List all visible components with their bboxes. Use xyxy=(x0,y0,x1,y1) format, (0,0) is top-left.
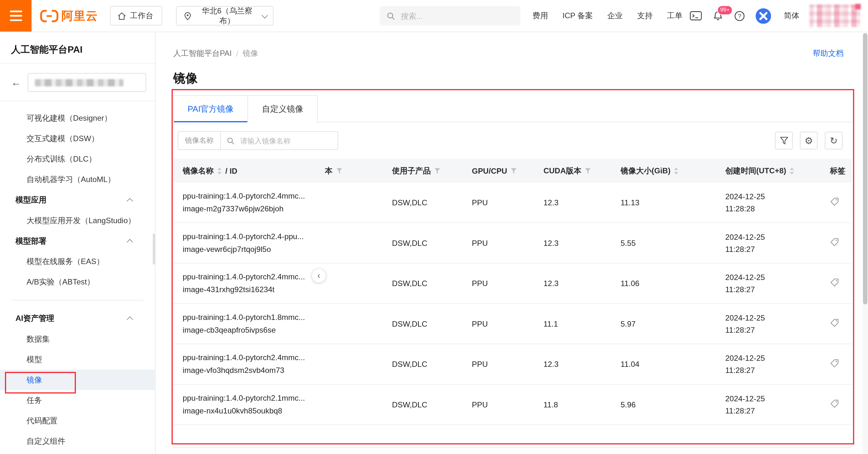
sidebar-item-langstudio[interactable]: 大模型应用开发（LangStudio） xyxy=(0,210,155,231)
sidebar-item-label: 任务 xyxy=(27,396,42,406)
tab-custom-images[interactable]: 自定义镜像 xyxy=(248,95,318,122)
image-name[interactable]: ppu-training:1.4.0-pytorch2.4mmc... xyxy=(183,352,320,364)
table-row[interactable]: ppu-training:1.4.0-pytorch2.4mmc...image… xyxy=(174,344,852,385)
table-row[interactable]: ppu-training:1.4.0-pytorch2.1mmc...image… xyxy=(174,385,852,425)
cell-tags xyxy=(830,197,852,208)
workspace-row: ← xyxy=(8,72,146,92)
region-selector[interactable]: 华北6（乌兰察布） xyxy=(176,6,273,26)
sidebar-item-model-application[interactable]: 模型应用 xyxy=(0,190,155,210)
sidebar-item-model-deployment[interactable]: 模型部署 xyxy=(0,231,155,251)
table-row[interactable]: ppu-training:1.4.0-pytorch2.4mmc...image… xyxy=(174,263,852,304)
cell-sub-product: DSW,DLC xyxy=(392,198,472,207)
topbar-search[interactable] xyxy=(380,6,520,26)
help-doc-link[interactable]: 帮助文档 xyxy=(813,49,844,59)
language-switch[interactable]: 简体 xyxy=(784,0,799,32)
sidebar-item-label: 模型在线服务（EAS） xyxy=(27,256,104,266)
cell-created-time: 2024-12-2511:28:27 xyxy=(725,312,830,336)
table-row[interactable]: ppu-training:1.4.0-pytorch2.4mmc...image… xyxy=(174,183,852,223)
topbar-link-billing[interactable]: 费用 xyxy=(533,11,548,21)
sidebar-item-datasets[interactable]: 数据集 xyxy=(0,329,155,349)
breadcrumb-item[interactable]: 人工智能平台PAI xyxy=(174,49,232,59)
sidebar-item-automl[interactable]: 自动机器学习（AutoML） xyxy=(0,169,155,190)
column-header-name-id[interactable]: 镜像名称/ ID xyxy=(183,166,325,175)
screen: 阿里云 工作台 华北6（乌兰察布） 费用ICP 备案企业支持工单 xyxy=(0,0,868,454)
topbar-link-support[interactable]: 支持 xyxy=(637,11,653,21)
tag-icon[interactable] xyxy=(830,237,839,247)
sidebar-item-models[interactable]: 模型 xyxy=(0,349,155,370)
tag-icon[interactable] xyxy=(830,318,839,328)
sidebar-item-ai-assets[interactable]: AI资产管理 xyxy=(0,309,155,329)
sidebar-item-tasks[interactable]: 任务 xyxy=(0,390,155,411)
column-header-size[interactable]: 镜像大小(GiB) xyxy=(620,166,725,175)
column-header-cuda-version[interactable]: CUDA版本 xyxy=(544,166,620,175)
image-name[interactable]: ppu-training:1.4.0-pytorch2.4-ppu... xyxy=(183,230,320,243)
image-name-search[interactable] xyxy=(221,131,338,150)
home-icon xyxy=(117,11,126,21)
column-label: 使用子产品 xyxy=(392,166,431,175)
sidebar-item-code-config[interactable]: 代码配置 xyxy=(0,411,155,431)
workspace-selector[interactable] xyxy=(28,73,146,92)
main-content: 人工智能平台PAI/镜像 帮助文档 镜像 PAI官方镜像自定义镜像 镜像名称 xyxy=(156,32,861,454)
cell-image-name-id: ppu-training:1.4.0-pytorch2.4mmc...image… xyxy=(183,271,325,296)
tag-icon[interactable] xyxy=(830,399,839,408)
hamburger-menu-button[interactable] xyxy=(0,0,32,32)
image-name[interactable]: ppu-training:1.4.0-pytorch2.4mmc... xyxy=(183,271,320,284)
vertical-scrollbar[interactable] xyxy=(863,32,868,454)
vertical-scrollbar-thumb[interactable] xyxy=(863,33,867,304)
sidebar-scrollbar-thumb[interactable] xyxy=(153,233,155,264)
topbar-icons: 99+ ? xyxy=(690,0,771,32)
divider xyxy=(0,63,155,64)
sidebar-item-custom-components[interactable]: 自定义组件 xyxy=(0,431,155,451)
account-name-redacted[interactable] xyxy=(809,4,860,27)
help-icon[interactable]: ? xyxy=(734,10,745,22)
column-header-version[interactable]: 本 xyxy=(325,166,392,175)
sidebar-item-dlc[interactable]: 分布式训练（DLC） xyxy=(0,149,155,169)
toolbar-buttons: ⚙ ↻ xyxy=(775,132,842,150)
search-icon xyxy=(386,11,395,21)
topbar-search-input[interactable] xyxy=(400,11,507,21)
topbar-link-tickets[interactable]: 工单 xyxy=(667,11,683,21)
column-header-created[interactable]: 创建时间(UTC+8) xyxy=(725,166,830,175)
settings-button[interactable]: ⚙ xyxy=(800,132,817,150)
tag-icon[interactable] xyxy=(830,278,839,287)
table-row[interactable]: ppu-training:1.4.0-pytorch2.4-ppu...imag… xyxy=(174,223,852,264)
terminal-icon[interactable] xyxy=(690,10,702,21)
back-button[interactable]: ← xyxy=(8,73,24,92)
image-name-search-input[interactable] xyxy=(239,136,330,145)
aliyun-logo[interactable]: 阿里云 xyxy=(40,0,98,32)
chevron-up-icon xyxy=(127,198,133,204)
sidebar-item-images[interactable]: 镜像 xyxy=(0,370,155,390)
cell-cuda-version: 12.3 xyxy=(544,238,620,248)
topbar-link-enterprise[interactable]: 企业 xyxy=(608,11,623,21)
sidebar-item-abtest[interactable]: A/B实验（ABTest） xyxy=(0,272,155,292)
avatar[interactable] xyxy=(755,8,771,24)
column-header-sub-product[interactable]: 使用子产品 xyxy=(392,166,472,175)
cell-tags xyxy=(830,278,852,289)
image-name[interactable]: ppu-training:1.4.0-pytorch2.1mmc... xyxy=(183,392,320,404)
refresh-button[interactable]: ↻ xyxy=(825,132,842,150)
image-name[interactable]: ppu-training:1.4.0-pytorch2.4mmc... xyxy=(183,190,320,203)
image-name[interactable]: ppu-training:1.4.0-pytorch1.8mmc... xyxy=(183,311,320,324)
column-header-gpu-cpu[interactable]: GPU/CPU xyxy=(472,166,544,175)
topbar-link-icp[interactable]: ICP 备案 xyxy=(562,11,593,21)
tab-pai-official-images[interactable]: PAI官方镜像 xyxy=(174,95,248,122)
column-label: 标签 xyxy=(830,166,846,175)
sidebar: 人工智能平台PAI ← 可视化建模（Designer）交互式建模（DSW）分布式… xyxy=(0,32,156,454)
tag-icon[interactable] xyxy=(830,197,839,206)
aliyun-logo-text: 阿里云 xyxy=(61,8,98,24)
tag-icon[interactable] xyxy=(830,359,839,368)
sidebar-item-eas[interactable]: 模型在线服务（EAS） xyxy=(0,251,155,272)
sidebar-item-designer[interactable]: 可视化建模（Designer） xyxy=(0,108,155,128)
workbench-button[interactable]: 工作台 xyxy=(110,6,162,26)
sidebar-item-dsw[interactable]: 交互式建模（DSW） xyxy=(0,128,155,149)
image-id: image-cb3qeapfro5ivps6se xyxy=(183,324,320,336)
topbar: 阿里云 工作台 华北6（乌兰察布） 费用ICP 备案企业支持工单 xyxy=(0,0,868,32)
notification-bell-icon[interactable]: 99+ xyxy=(712,10,724,21)
filter-button[interactable] xyxy=(775,132,793,150)
cell-gpu-cpu: PPU xyxy=(472,360,544,369)
cell-gpu-cpu: PPU xyxy=(472,400,544,409)
cell-image-name-id: ppu-training:1.4.0-pytorch2.4mmc...image… xyxy=(183,190,325,216)
scroll-left-button[interactable]: ‹ xyxy=(312,268,326,283)
filter-field-label[interactable]: 镜像名称 xyxy=(178,131,221,150)
table-row[interactable]: ppu-training:1.4.0-pytorch1.8mmc...image… xyxy=(174,304,852,345)
